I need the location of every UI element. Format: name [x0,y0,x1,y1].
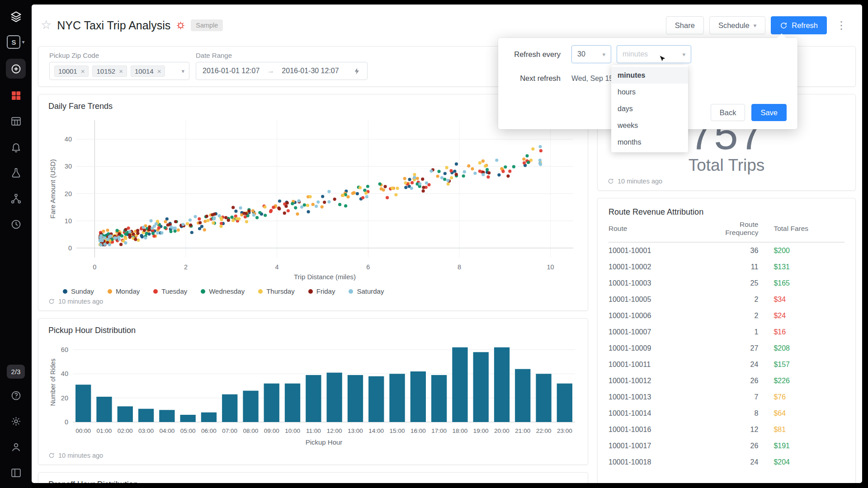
chevron-down-icon: ▾ [602,51,605,58]
svg-text:07:00: 07:00 [222,427,237,434]
fares-cell: $157 [774,357,844,373]
legend-label: Saturday [357,287,384,295]
sidebar-item-alerts[interactable] [6,138,26,156]
counter-label: Total Trips [689,156,765,175]
svg-text:13:00: 13:00 [348,427,363,434]
quick-apply-bolt-icon[interactable] [353,67,361,75]
dropoff-hour-card: Dropoff Hour Distribution [38,472,588,483]
svg-text:20: 20 [61,394,68,402]
logo-icon [10,10,22,23]
bar-updated-text: 10 minutes ago [58,452,103,459]
sidebar: S▾ 2/3 [0,0,32,488]
sidebar-item-pages[interactable]: 2/3 [7,365,25,379]
legend-item-tuesday[interactable]: Tuesday [153,287,187,295]
unit-option-days[interactable]: days [611,100,688,117]
legend-dot [201,289,205,294]
sidebar-item-dashboards[interactable] [6,86,26,104]
frequency-cell: 11 [712,259,774,275]
fares-cell: $131 [774,259,844,275]
sidebar-item-logo[interactable] [6,7,26,25]
share-button[interactable]: Share [666,16,704,34]
sidebar-item-settings[interactable] [6,412,26,430]
route-cell: 10001-10006 [609,308,712,324]
favorite-star-icon[interactable]: ☆ [41,18,52,32]
refresh-every-row: Refresh every 30 ▾ minutes ▾ [498,38,797,63]
fares-cell: $16 [774,324,844,340]
legend-label: Friday [316,287,335,295]
remove-tag-icon[interactable]: × [81,68,85,75]
frequency-cell: 2 [712,291,774,308]
unit-select[interactable]: minutes ▾ [617,45,691,63]
svg-text:10: 10 [65,217,72,225]
dashboards-icon [10,90,22,101]
svg-text:60: 60 [61,346,68,353]
column-header-total-fares[interactable]: Total Fares [774,221,844,242]
back-button-label: Back [720,108,736,117]
legend-item-monday[interactable]: Monday [108,287,140,295]
more-menu-button[interactable]: ⋮ [832,17,850,33]
legend-label: Monday [116,287,140,295]
popup-actions: Back Save [711,104,787,121]
experiments-icon [10,167,22,178]
legend-label: Thursday [266,287,295,295]
schedule-button[interactable]: Schedule ▾ [709,16,765,34]
fares-cell: $165 [774,275,844,291]
scatter-updated: 10 minutes ago [48,298,578,305]
unit-option-weeks[interactable]: weeks [611,117,688,134]
save-button-label: Save [760,108,778,117]
fares-cell: $81 [774,422,844,438]
sidebar-item-queries[interactable] [6,112,26,130]
pickup-zip-select[interactable]: 10001×10152×10014×▾ [49,62,189,80]
legend-dot [349,289,353,294]
legend-item-saturday[interactable]: Saturday [349,287,384,295]
unit-option-minutes[interactable]: minutes [611,67,688,84]
unit-option-months[interactable]: months [611,134,688,150]
unit-option-hours[interactable]: hours [611,84,688,100]
date-start-value: 2016-01-01 12:07 [203,67,259,75]
queries-icon [10,116,22,127]
column-header-route[interactable]: Route [609,221,712,242]
column-header-route-frequency[interactable]: Route Frequency [712,221,774,242]
sidebar-item-experiments[interactable] [6,164,26,182]
save-button[interactable]: Save [751,104,787,121]
route-revenue-card: Route Revenue Attribution RouteRoute Fre… [597,198,856,483]
svg-text:0: 0 [65,418,68,426]
date-range-input[interactable]: 2016-01-01 12:07 → 2016-01-30 12:07 [196,62,368,80]
fares-cell: $76 [774,389,844,405]
sidebar-item-create[interactable] [6,59,26,79]
interval-value: 30 [577,50,585,58]
sidebar-item-account[interactable] [6,438,26,456]
scatter-chart[interactable]: 0246810010203040Trip Distance (miles)Far… [48,115,578,284]
svg-text:15:00: 15:00 [390,427,405,434]
sidebar-item-history[interactable] [6,215,26,233]
remove-tag-icon[interactable]: × [119,68,123,75]
svg-text:2: 2 [184,263,188,271]
zip-tag-value: 10001 [58,67,77,75]
interval-select[interactable]: 30 ▾ [571,45,611,63]
sidebar-item-lineage[interactable] [6,189,26,207]
route-cell: 10001-10018 [609,454,712,470]
counter-updated-text: 10 minutes ago [618,178,662,185]
sidebar-item-collapse[interactable] [6,464,26,482]
refresh-icon [48,452,55,459]
sidebar-item-workspace[interactable]: S▾ [6,33,26,51]
scatter-updated-text: 10 minutes ago [58,298,103,305]
svg-text:22:00: 22:00 [536,427,552,434]
remove-tag-icon[interactable]: × [157,68,161,75]
table-row: 10001-100071$16 [609,324,844,340]
back-button[interactable]: Back [711,104,745,121]
legend-item-wednesday[interactable]: Wednesday [201,287,245,295]
legend-dot [63,289,67,294]
zip-tag-value: 10152 [96,67,115,75]
dashboard-body: Daily Fare Trends 0246810010203040Trip D… [32,87,862,483]
charts-column: Daily Fare Trends 0246810010203040Trip D… [38,94,588,483]
refresh-icon [48,298,55,305]
bar-chart[interactable]: 020406000:0001:0002:0003:0004:0005:0006:… [48,339,578,449]
svg-text:10: 10 [547,263,554,271]
refresh-button[interactable]: Refresh [771,16,827,34]
legend-item-friday[interactable]: Friday [308,287,335,295]
legend-dot [258,289,263,294]
sidebar-item-help[interactable] [6,386,26,404]
legend-item-thursday[interactable]: Thursday [258,287,295,295]
legend-item-sunday[interactable]: Sunday [63,287,94,295]
